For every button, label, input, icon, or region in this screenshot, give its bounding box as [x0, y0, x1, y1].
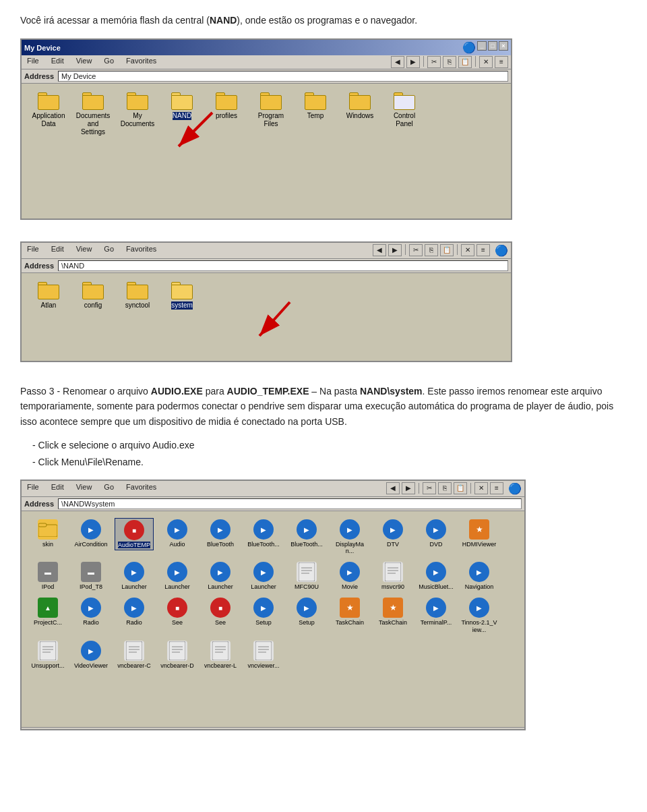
menu2-favorites[interactable]: Favorites [123, 244, 159, 257]
folder-appdata-icon [38, 92, 59, 110]
app-icon-33[interactable]: Unsupport... [28, 639, 67, 671]
app-icon-17[interactable]: MFC90U [287, 560, 326, 592]
app-icon-30[interactable]: ★TaskChain [373, 596, 412, 628]
folder-config[interactable]: config [73, 280, 113, 312]
properties2-btn[interactable]: ≡ [476, 244, 490, 256]
folder-atlan[interactable]: Atlan [28, 280, 69, 312]
toolbar2-buttons: ◀ ▶ ✂ ⎘ 📋 ✕ ≡ 🔵 [373, 244, 508, 257]
cut2-btn[interactable]: ✂ [409, 244, 423, 256]
app-icon-24[interactable]: ▶Radio [115, 596, 154, 628]
back-btn[interactable]: ◀ [391, 56, 404, 68]
app-icon-38[interactable]: vncviewer... [244, 639, 283, 671]
app-icon-34[interactable]: ▶VideoViewer [71, 639, 111, 671]
close-btn[interactable]: × [499, 41, 508, 51]
cut3-btn[interactable]: ✂ [423, 482, 436, 494]
delete2-btn[interactable]: ✕ [461, 244, 474, 256]
app-icon-3[interactable]: ▶Audio [158, 518, 197, 550]
menu3-favorites[interactable]: Favorites [123, 482, 159, 495]
folder-appdata[interactable]: Application Data [28, 90, 69, 130]
copy2-btn[interactable]: ⎘ [425, 244, 438, 256]
minimize-btn[interactable]: _ [477, 41, 487, 51]
copy3-btn[interactable]: ⎘ [438, 482, 452, 494]
folder-nand[interactable]: NAND [162, 90, 202, 122]
app-icon-37[interactable]: vncbearer-L [201, 639, 240, 671]
app-icon-26[interactable]: ■See [201, 596, 240, 628]
app-icon-2[interactable]: ■AudioTEMP [115, 518, 154, 551]
maximize-btn[interactable]: □ [488, 41, 497, 51]
menu-edit[interactable]: Edit [49, 56, 67, 68]
app-icon-29[interactable]: ★TaskChain [330, 596, 369, 628]
folder-system[interactable]: system [162, 280, 202, 312]
folder-synctool[interactable]: synctool [117, 280, 158, 312]
menu-go[interactable]: Go [101, 56, 117, 68]
app-icon-1[interactable]: ▶AirCondition [71, 518, 111, 550]
folder-temp[interactable]: Temp [295, 90, 336, 122]
app-icon-4[interactable]: ▶BlueTooth [201, 518, 240, 550]
instruction-1: - Click e selecione o arquivo Audio.exe [32, 437, 627, 454]
folder-profiles[interactable]: profiles [206, 90, 247, 122]
menu3-view[interactable]: View [73, 482, 95, 495]
properties-btn[interactable]: ≡ [495, 56, 508, 68]
app-icon-7[interactable]: ▶DisplayMan... [330, 518, 369, 557]
delete3-btn[interactable]: ✕ [474, 482, 488, 494]
menu-view[interactable]: View [73, 56, 95, 68]
forward-btn[interactable]: ▶ [406, 56, 420, 68]
app-icon-16[interactable]: ▶Launcher [244, 560, 283, 592]
app-icon-25[interactable]: ■See [158, 596, 197, 628]
menu2-go[interactable]: Go [101, 244, 117, 257]
app-icon-12[interactable]: ▬IPod_T8 [71, 560, 111, 592]
folder-programfiles[interactable]: Program Files [251, 90, 291, 130]
app-icon-5[interactable]: ▶BlueTooth... [244, 518, 283, 550]
back2-btn[interactable]: ◀ [373, 244, 386, 256]
forward3-btn[interactable]: ▶ [402, 482, 415, 494]
menu-favorites[interactable]: Favorites [123, 56, 159, 68]
app-icon-27[interactable]: ▶Setup [244, 596, 283, 628]
copy-btn[interactable]: ⎘ [443, 56, 456, 68]
menu2-file[interactable]: File [24, 244, 42, 257]
menu-file[interactable]: File [24, 56, 42, 68]
menu3-go[interactable]: Go [101, 482, 117, 495]
app-icon-9[interactable]: ▶DVD [417, 518, 456, 550]
folder-mydocs[interactable]: My Documents [117, 90, 158, 130]
back3-btn[interactable]: ◀ [386, 482, 400, 494]
app-icon-10[interactable]: ★HDMIViewer [460, 518, 499, 550]
app-icon-21[interactable]: ▶Navigation [460, 560, 499, 592]
app-icon-11[interactable]: ▬IPod [28, 560, 67, 592]
app-icon-28[interactable]: ▶Setup [287, 596, 326, 628]
app-icon-19[interactable]: msvcr90 [373, 560, 412, 592]
properties3-btn[interactable]: ≡ [490, 482, 503, 494]
app-icon-14[interactable]: ▶Launcher [158, 560, 197, 592]
app-icon-20[interactable]: ▶MusicBluet... [417, 560, 456, 592]
app-icon-22[interactable]: ▲ProjectC... [28, 596, 67, 628]
folder-controlpanel[interactable]: Control Panel [384, 90, 425, 130]
app-icon-23[interactable]: ▶Radio [71, 596, 111, 628]
menu2-view[interactable]: View [73, 244, 95, 257]
app-icon-35[interactable]: vncbearer-C [115, 639, 154, 671]
menu3-file[interactable]: File [24, 482, 42, 495]
cut-btn[interactable]: ✂ [427, 56, 441, 68]
app-icon-32[interactable]: ▶Tinnos-2.1_View... [460, 596, 499, 635]
paste-btn[interactable]: 📋 [458, 56, 472, 68]
paste2-btn[interactable]: 📋 [440, 244, 454, 256]
menu2-edit[interactable]: Edit [49, 244, 67, 257]
app-icon-13[interactable]: ▶Launcher [115, 560, 154, 592]
folder-windows[interactable]: Windows [340, 90, 380, 122]
address-field1[interactable]: My Device [58, 71, 508, 82]
app-icon-img-11: ▬ [38, 562, 58, 582]
forward2-btn[interactable]: ▶ [388, 244, 402, 256]
app-icon-img-35 [124, 641, 144, 661]
app-icon-18[interactable]: ▶Movie [330, 560, 369, 592]
address-label1: Address [24, 72, 54, 80]
app-icon-15[interactable]: ▶Launcher [201, 560, 240, 592]
address-field3[interactable]: \NANDWsystem [58, 498, 522, 509]
delete-btn[interactable]: ✕ [479, 56, 493, 68]
app-icon-8[interactable]: ▶DTV [373, 518, 412, 550]
app-icon-31[interactable]: ▶TerminalP... [417, 596, 456, 628]
app-icon-36[interactable]: vncbearer-D [158, 639, 197, 671]
folder-docsettings[interactable]: Documents and Settings [73, 90, 113, 138]
app-icon-6[interactable]: ▶BlueTooth... [287, 518, 326, 550]
paste3-btn[interactable]: 📋 [454, 482, 467, 494]
address-field2[interactable]: \NAND [58, 260, 508, 271]
menu3-edit[interactable]: Edit [49, 482, 67, 495]
app-icon-0[interactable]: skin [28, 518, 67, 550]
